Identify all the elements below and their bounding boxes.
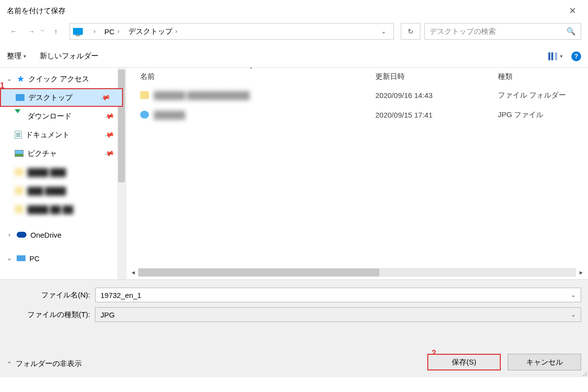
horizontal-scrollbar[interactable]: ◄ ► xyxy=(128,268,586,277)
breadcrumb-chevron[interactable]: › xyxy=(89,28,100,35)
document-icon xyxy=(15,131,22,139)
filetype-row: ファイルの種類(T): JPG ⌄ xyxy=(7,307,581,322)
tree-quick-access-label: クイック アクセス xyxy=(28,74,89,84)
tree-pc-label: PC xyxy=(29,254,40,263)
tree-pictures-label: ピクチャ xyxy=(27,149,57,158)
tree-downloads[interactable]: ダウンロード 📌 xyxy=(0,107,126,125)
form-area: ファイル名(N): 19732_en_1 ⌄ ファイルの種類(T): JPG ⌄… xyxy=(0,279,588,377)
breadcrumb-pc[interactable]: PC› xyxy=(102,27,124,36)
chevron-down-icon[interactable]: ⌄ xyxy=(6,255,13,262)
view-icon xyxy=(548,52,557,60)
new-folder-button[interactable]: 新しいフォルダー xyxy=(40,51,98,61)
navigation-row: ← → ﹀ ↑ › PC› デスクトップ› ⌄ ↻ デスクトップの検索 🔍 xyxy=(0,22,588,45)
breadcrumb-desktop-label: デスクトップ xyxy=(128,27,172,36)
pictures-icon xyxy=(15,150,24,157)
up-button[interactable]: ↑ xyxy=(49,24,63,38)
address-bar[interactable]: › PC› デスクトップ› ⌄ xyxy=(70,23,394,40)
cancel-button[interactable]: キャンセル xyxy=(508,354,581,370)
filetype-select[interactable]: JPG ⌄ xyxy=(95,307,581,322)
back-button[interactable]: ← xyxy=(7,24,21,38)
tree-item-blurred-label: ████ ███ xyxy=(27,168,66,176)
column-date[interactable]: 更新日時 xyxy=(375,72,498,81)
pc-icon xyxy=(17,255,25,261)
tree-pictures[interactable]: ピクチャ 📌 xyxy=(0,144,126,163)
chevron-up-icon: ⌃ xyxy=(7,361,12,368)
tree-item-blurred-label: ████ ██ ██ xyxy=(27,205,73,214)
toolbar: 整理 ▾ 新しいフォルダー ▾ ? xyxy=(0,45,588,68)
monitor-icon xyxy=(73,28,83,35)
window-title: 名前を付けて保存 xyxy=(7,6,66,16)
file-row-jpg[interactable]: ██████ 2020/09/15 17:41 JPG ファイル xyxy=(126,105,588,124)
dialog-buttons: 保存(S) キャンセル xyxy=(427,354,581,370)
column-type[interactable]: 種類 xyxy=(498,72,588,81)
help-icon[interactable]: ? xyxy=(571,51,581,61)
folder-icon xyxy=(15,205,24,213)
chevron-down-icon[interactable]: ⌄ xyxy=(571,292,576,298)
chevron-down-icon[interactable]: ⌄ xyxy=(571,311,576,318)
scroll-right-icon[interactable]: ► xyxy=(576,270,586,275)
breadcrumb-desktop[interactable]: デスクトップ› xyxy=(126,27,182,36)
hide-folders-toggle[interactable]: ⌃ フォルダーの非表示 xyxy=(7,359,82,368)
pin-icon: 📌 xyxy=(103,148,115,159)
tree-item-blurred-1[interactable]: ████ ███ xyxy=(0,163,126,181)
file-date: 2020/09/15 17:41 xyxy=(375,111,498,119)
close-icon[interactable]: ✕ xyxy=(564,3,581,18)
main-panel: 1 ⌄ ★ クイック アクセス デスクトップ 📌 ダウンロード 📌 ドキュメント… xyxy=(0,68,588,279)
tree-item-blurred-3[interactable]: ████ ██ ██ xyxy=(0,200,126,219)
tree-onedrive-label: OneDrive xyxy=(30,231,61,239)
breadcrumb-pc-label: PC xyxy=(104,27,115,36)
file-date: 2020/09/16 14:43 xyxy=(375,91,498,99)
folder-icon xyxy=(16,94,24,101)
folder-icon xyxy=(15,168,24,176)
file-type: ファイル フォルダー xyxy=(498,91,588,100)
tree-desktop[interactable]: デスクトップ 📌 xyxy=(0,88,123,107)
star-icon: ★ xyxy=(17,75,24,83)
folder-tree: 1 ⌄ ★ クイック アクセス デスクトップ 📌 ダウンロード 📌 ドキュメント… xyxy=(0,68,126,279)
address-dropdown-icon[interactable]: ⌄ xyxy=(377,24,391,39)
refresh-button[interactable]: ↻ xyxy=(401,23,420,40)
save-button[interactable]: 保存(S) xyxy=(427,354,501,370)
tree-item-blurred-2[interactable]: ███ ████ xyxy=(0,181,126,200)
resize-grip-icon[interactable] xyxy=(581,370,587,376)
titlebar: 名前を付けて保存 ✕ xyxy=(0,0,588,22)
pin-icon: 📌 xyxy=(99,92,111,103)
view-mode-button[interactable]: ▾ xyxy=(548,52,563,60)
tree-pc[interactable]: ⌄ PC xyxy=(0,249,126,268)
hide-folders-label: フォルダーの非表示 xyxy=(16,359,82,368)
tree-documents[interactable]: ドキュメント 📌 xyxy=(0,125,126,144)
filename-input[interactable]: 19732_en_1 ⌄ xyxy=(95,288,581,302)
pin-icon: 📌 xyxy=(103,111,115,122)
sort-indicator-icon: ⌃ xyxy=(249,67,253,72)
chevron-right-icon[interactable]: › xyxy=(6,231,13,238)
filename-label: ファイル名(N): xyxy=(7,291,95,300)
tree-quick-access[interactable]: ⌄ ★ クイック アクセス xyxy=(0,70,126,88)
tree-onedrive[interactable]: › OneDrive xyxy=(0,225,126,244)
filename-row: ファイル名(N): 19732_en_1 ⌄ xyxy=(7,288,581,302)
file-list: ⌃ 名前 更新日時 種類 ██████ ████████████ 2020/09… xyxy=(126,68,588,279)
search-input[interactable]: デスクトップの検索 🔍 xyxy=(424,23,581,40)
tree-desktop-label: デスクトップ xyxy=(28,93,73,102)
file-name-blurred: ██████ ████████████ xyxy=(154,91,249,99)
folder-icon xyxy=(140,91,149,99)
jpg-icon xyxy=(140,111,149,119)
history-dropdown-icon[interactable]: ﹀ xyxy=(40,28,45,35)
search-placeholder: デスクトップの検索 xyxy=(430,27,496,36)
file-name-blurred: ██████ xyxy=(154,111,185,119)
scrollbar-track[interactable] xyxy=(138,268,576,277)
cloud-icon xyxy=(17,232,26,238)
pin-icon: 📌 xyxy=(103,129,115,140)
search-icon: 🔍 xyxy=(566,27,576,36)
column-name[interactable]: 名前 xyxy=(140,72,375,81)
tree-documents-label: ドキュメント xyxy=(25,130,70,140)
column-headers: ⌃ 名前 更新日時 種類 xyxy=(126,68,588,85)
filename-value: 19732_en_1 xyxy=(100,291,141,299)
organize-menu[interactable]: 整理 ▾ xyxy=(7,51,26,61)
scroll-left-icon[interactable]: ◄ xyxy=(128,270,138,275)
file-type: JPG ファイル xyxy=(498,110,588,120)
file-row-folder[interactable]: ██████ ████████████ 2020/09/16 14:43 ファイ… xyxy=(126,85,588,105)
chevron-down-icon[interactable]: ⌄ xyxy=(6,75,13,82)
filetype-label: ファイルの種類(T): xyxy=(7,310,95,319)
scrollbar-thumb[interactable] xyxy=(138,269,379,276)
forward-button: → xyxy=(24,24,38,38)
organize-label: 整理 xyxy=(7,51,22,61)
